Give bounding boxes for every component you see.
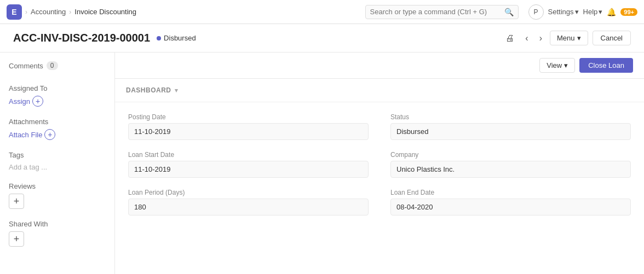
- sidebar-tags-title: Tags: [9, 151, 106, 159]
- sidebar-attachments-title: Attachments: [9, 118, 106, 126]
- attach-file-action[interactable]: Attach File +: [9, 129, 106, 140]
- breadcrumb-sep-1: ›: [25, 8, 27, 16]
- notification-badge: 99+: [620, 8, 637, 16]
- reviews-add-button[interactable]: +: [9, 194, 24, 209]
- avatar: P: [528, 4, 544, 20]
- loan-end-date-value: 08-04-2020: [390, 199, 631, 215]
- sidebar: Comments 0 Assigned To Assign + Attachme…: [0, 53, 115, 274]
- content-area: View ▾ Close Loan DASHBOARD ▾ Posting Da…: [115, 53, 644, 274]
- assign-add-button[interactable]: +: [32, 96, 43, 107]
- form-grid: Posting Date 11-10-2019 Status Disbursed…: [115, 102, 644, 226]
- page-header: ACC-INV-DISC-2019-00001 Disbursed 🖨 ‹ › …: [0, 24, 644, 53]
- posting-date-group: Posting Date 11-10-2019: [128, 113, 369, 140]
- cancel-button[interactable]: Cancel: [593, 31, 631, 45]
- status-field-value: Disbursed: [390, 123, 631, 140]
- main-layout: Comments 0 Assigned To Assign + Attachme…: [0, 53, 644, 274]
- status-badge: Disbursed: [157, 34, 196, 42]
- search-bar[interactable]: 🔍: [365, 5, 519, 19]
- nav-next-button[interactable]: ›: [536, 31, 545, 45]
- company-value: Unico Plastics Inc.: [390, 161, 631, 178]
- app-icon: E: [7, 4, 22, 20]
- close-loan-button[interactable]: Close Loan: [579, 58, 633, 73]
- breadcrumb-current: Invoice Discounting: [74, 8, 136, 16]
- topnav: E › Accounting › Invoice Discounting 🔍 P…: [0, 0, 644, 24]
- sidebar-comments-section: Comments 0: [9, 61, 106, 73]
- dashboard-label: DASHBOARD: [126, 86, 171, 94]
- content-inner: View ▾ Close Loan DASHBOARD ▾ Posting Da…: [115, 53, 644, 274]
- shared-add-button[interactable]: +: [9, 231, 24, 247]
- view-button[interactable]: View ▾: [539, 58, 575, 73]
- view-chevron-icon: ▾: [564, 61, 568, 69]
- status-label: Disbursed: [164, 34, 196, 42]
- search-input[interactable]: [370, 8, 501, 16]
- help-chevron-icon: ▾: [599, 8, 602, 16]
- loan-period-value: 180: [128, 199, 369, 215]
- breadcrumb-accounting[interactable]: Accounting: [31, 8, 66, 16]
- nav-actions: P Settings ▾ Help ▾ 🔔 99+: [528, 4, 637, 20]
- posting-date-value: 11-10-2019: [128, 123, 369, 140]
- sidebar-reviews-title: Reviews: [9, 182, 106, 190]
- loan-start-date-group: Loan Start Date 11-10-2019: [128, 151, 369, 178]
- sidebar-shared-title: Shared With: [9, 220, 106, 228]
- tags-placeholder[interactable]: Add a tag ...: [9, 163, 47, 171]
- sidebar-assigned-title: Assigned To: [9, 84, 106, 92]
- sidebar-tags-section: Tags Add a tag ...: [9, 151, 106, 171]
- page-title: ACC-INV-DISC-2019-00001: [13, 32, 150, 44]
- sidebar-assigned-section: Assigned To Assign +: [9, 84, 106, 107]
- loan-period-label: Loan Period (Days): [128, 189, 369, 196]
- help-button[interactable]: Help ▾: [583, 8, 603, 16]
- breadcrumb-sep-2: ›: [69, 8, 71, 16]
- menu-button[interactable]: Menu ▾: [550, 31, 588, 45]
- menu-chevron-icon: ▾: [577, 34, 581, 42]
- comments-count: 0: [47, 61, 58, 70]
- status-dot: [157, 36, 161, 40]
- loan-start-date-label: Loan Start Date: [128, 151, 369, 159]
- dashboard-header: DASHBOARD ▾: [115, 79, 644, 102]
- header-actions: 🖨 ‹ › Menu ▾ Cancel: [502, 31, 631, 45]
- loan-end-date-label: Loan End Date: [390, 189, 631, 196]
- page-title-area: ACC-INV-DISC-2019-00001 Disbursed: [13, 32, 196, 44]
- settings-chevron-icon: ▾: [575, 8, 579, 16]
- posting-date-label: Posting Date: [128, 113, 369, 121]
- loan-period-group: Loan Period (Days) 180: [128, 189, 369, 215]
- status-group: Status Disbursed: [390, 113, 631, 140]
- dashboard-chevron-icon: ▾: [175, 87, 179, 94]
- company-group: Company Unico Plastics Inc.: [390, 151, 631, 178]
- loan-end-date-group: Loan End Date 08-04-2020: [390, 189, 631, 215]
- sidebar-shared-section: Shared With +: [9, 220, 106, 247]
- nav-prev-button[interactable]: ‹: [522, 31, 531, 45]
- sidebar-reviews-section: Reviews +: [9, 182, 106, 209]
- status-field-label: Status: [390, 113, 631, 121]
- settings-button[interactable]: Settings ▾: [548, 8, 579, 16]
- content-toolbar: View ▾ Close Loan: [115, 53, 644, 79]
- sidebar-comments-title: Comments 0: [9, 61, 106, 70]
- bell-icon: 🔔: [607, 8, 616, 16]
- sidebar-attachments-section: Attachments Attach File +: [9, 118, 106, 140]
- company-label: Company: [390, 151, 631, 159]
- assign-action[interactable]: Assign +: [9, 96, 106, 107]
- loan-start-date-value: 11-10-2019: [128, 161, 369, 178]
- attach-add-button[interactable]: +: [44, 129, 55, 140]
- search-icon: 🔍: [504, 8, 514, 16]
- print-button[interactable]: 🖨: [502, 31, 518, 45]
